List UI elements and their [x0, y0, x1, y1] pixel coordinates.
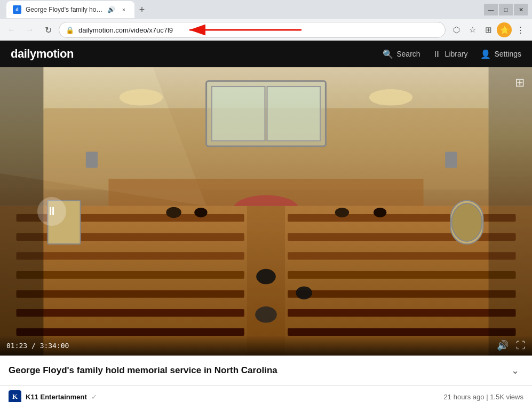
new-tab-button[interactable]: + — [134, 2, 149, 17]
address-bar-container: 🔒 — [59, 22, 446, 38]
duration: 3:34:00 — [40, 342, 69, 350]
forward-button[interactable]: → — [22, 22, 37, 37]
volume-icon[interactable]: 🔊 — [497, 340, 509, 351]
reload-button[interactable]: ↻ — [41, 22, 55, 37]
dailymotion-logo[interactable]: dailymotion — [11, 47, 74, 61]
active-tab[interactable]: d George Floyd's family hol… 🔊 × — [6, 1, 134, 18]
toolbar-icons: ⬡ ☆ ⊞ ⭐ ⋮ — [449, 22, 528, 37]
video-info-bar: George Floyd's family hold memorial serv… — [0, 356, 532, 386]
pews-area — [0, 156, 532, 324]
dailymotion-header: dailymotion 🔍 Search ⫼ Library 👤 Setting… — [0, 41, 532, 67]
minimize-button[interactable]: — — [484, 4, 498, 15]
channel-left: K K11 Entertainment ✓ — [9, 390, 97, 402]
media-button[interactable]: ⊞ — [481, 22, 496, 37]
menu-button[interactable]: ⋮ — [513, 22, 528, 37]
channel-info-bar: K K11 Entertainment ✓ 21 hours ago | 1.5… — [0, 386, 532, 402]
search-nav-label: Search — [396, 50, 420, 58]
video-right-controls: 🔊 ⛶ — [497, 340, 526, 351]
lock-icon: 🔒 — [66, 26, 74, 34]
profile-icon[interactable]: ⭐ — [497, 22, 512, 37]
tab-audio-icon: 🔊 — [107, 6, 115, 13]
settings-nav-icon: 👤 — [480, 49, 491, 59]
pause-icon: ⏸ — [46, 204, 58, 218]
window-controls: — □ ✕ — [484, 4, 528, 15]
browser-title-bar: d George Floyd's family hol… 🔊 × + — □ ✕ — [0, 0, 532, 19]
fullscreen-icon[interactable]: ⛶ — [516, 340, 526, 351]
time-separator: / — [31, 342, 40, 350]
library-nav-icon: ⫼ — [433, 49, 442, 59]
video-settings-icon[interactable]: ⊞ — [515, 76, 525, 90]
library-nav-label: Library — [445, 50, 468, 58]
address-bar-row: ← → ↻ 🔒 ⬡ ☆ ⊞ ⭐ ⋮ — [0, 19, 532, 41]
header-nav: 🔍 Search ⫼ Library 👤 Settings — [383, 49, 521, 59]
channel-logo[interactable]: K — [9, 390, 21, 402]
cast-button[interactable]: ⬡ — [449, 22, 464, 37]
expand-button[interactable]: ⌄ — [506, 362, 523, 379]
video-controls: 01:23 / 3:34:00 🔊 ⛶ — [0, 335, 532, 356]
right-shadow — [505, 67, 532, 356]
video-title: George Floyd's family hold memorial serv… — [9, 365, 506, 376]
verified-icon: ✓ — [91, 393, 97, 401]
library-nav-item[interactable]: ⫼ Library — [433, 49, 468, 59]
play-pause-button[interactable]: ⏸ — [37, 197, 66, 226]
back-button[interactable]: ← — [4, 22, 19, 37]
maximize-button[interactable]: □ — [499, 4, 513, 15]
tab-close-button[interactable]: × — [120, 5, 128, 14]
bookmark-button[interactable]: ☆ — [465, 22, 480, 37]
tab-favicon: d — [13, 5, 21, 14]
video-meta: 21 hours ago | 1.5K views — [444, 393, 523, 401]
search-nav-item[interactable]: 🔍 Search — [383, 49, 420, 59]
video-time: 01:23 / 3:34:00 — [6, 342, 69, 350]
channel-name[interactable]: K11 Entertainment — [26, 393, 87, 401]
close-button[interactable]: ✕ — [514, 4, 528, 15]
current-time: 01:23 — [6, 342, 27, 350]
video-timestamp: 21 hours ago — [444, 393, 485, 401]
search-nav-icon: 🔍 — [383, 49, 393, 59]
video-player[interactable]: ⏸ ⊞ 01:23 / 3:34:00 🔊 ⛶ — [0, 67, 532, 356]
video-views: 1.5K views — [490, 393, 523, 401]
address-input[interactable] — [78, 26, 439, 34]
svg-rect-27 — [288, 328, 515, 336]
tab-bar: d George Floyd's family hol… 🔊 × + — [6, 1, 481, 18]
tab-title: George Floyd's family hol… — [26, 6, 103, 13]
settings-nav-label: Settings — [494, 50, 521, 58]
settings-nav-item[interactable]: 👤 Settings — [480, 49, 521, 59]
